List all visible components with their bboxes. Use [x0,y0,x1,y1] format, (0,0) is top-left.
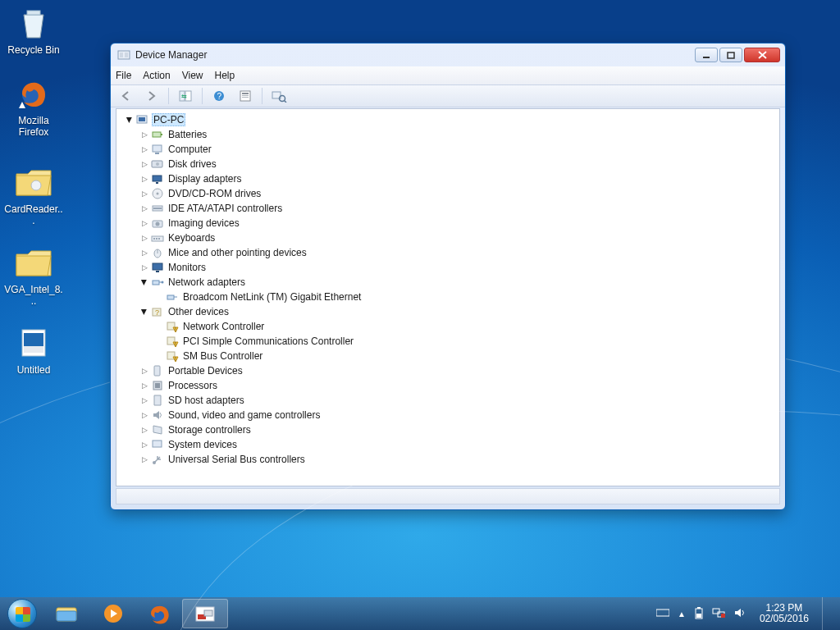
show-desktop-button[interactable] [822,597,830,630]
storage-icon [151,423,164,436]
tray-volume-icon[interactable] [733,607,746,620]
tree-node-processors[interactable]: ▷ Processors [120,378,776,393]
taskbar-mmc-button[interactable] [182,599,228,628]
taskbar-firefox-button[interactable] [136,597,182,630]
tree-node-sound[interactable]: ▷ Sound, video and game controllers [120,408,776,422]
svg-rect-76 [696,609,702,619]
toolbar-help-button[interactable]: ? [209,87,229,105]
device-tree[interactable]: ▶ PC-PC ▷ Batteries ▷ Computer ▷ [116,109,779,486]
tree-node-ide[interactable]: ▷ IDE ATA/ATAPI controllers [120,201,776,216]
toolbar-properties-button[interactable] [235,87,255,105]
expand-collapse-icon[interactable]: ▷ [138,426,151,434]
svg-rect-27 [161,134,162,135]
menu-file[interactable]: File [116,70,131,81]
tree-node-other-devices[interactable]: ▶ ? Other devices [120,304,776,319]
expand-collapse-icon[interactable]: ▷ [138,381,151,390]
toolbar-showhide-button[interactable]: ⇆ [176,87,195,105]
tree-panel: ▶ PC-PC ▷ Batteries ▷ Computer ▷ [116,108,780,486]
taskbar-explorer-button[interactable] [44,597,90,630]
expand-collapse-icon[interactable]: ▷ [138,249,151,257]
expand-collapse-icon[interactable]: ▶ [126,113,134,126]
tree-node-system[interactable]: ▷ System devices [120,437,776,452]
tree-node-computer[interactable]: ▷ Computer [120,142,776,157]
tree-node-usb[interactable]: ▷ Universal Serial Bus controllers [120,452,776,467]
expand-collapse-icon[interactable]: ▷ [138,145,151,153]
expand-collapse-icon[interactable]: ▷ [138,175,151,183]
svg-rect-28 [153,145,162,152]
desktop-icon-label: Untitled [3,364,64,376]
menu-action[interactable]: Action [143,70,170,81]
svg-rect-77 [697,607,701,609]
tree-node-display-adapters[interactable]: ▷ Display adapters [120,171,776,186]
desktop-icon-firefox[interactable]: Mozilla Firefox [3,74,64,138]
tree-node-label: Network adapters [167,276,247,288]
tree-node-root[interactable]: ▶ PC-PC [120,112,776,127]
tree-leaf-sm-bus[interactable]: ! SM Bus Controller [120,349,776,363]
network-icon [151,276,164,289]
tree-node-imaging[interactable]: ▷ Imaging devices [120,216,776,231]
expand-collapse-icon[interactable]: ▷ [138,160,151,168]
tray-network-icon[interactable] [712,607,725,620]
tree-leaf-network-controller[interactable]: ! Network Controller [120,319,776,334]
titlebar[interactable]: Device Manager [111,43,785,66]
svg-rect-81 [721,614,725,618]
menu-view[interactable]: View [182,70,203,81]
svg-marker-2 [19,102,25,108]
tree-node-network-adapters[interactable]: ▶ Network adapters [120,275,776,290]
toolbar: ⇆ ? [111,84,785,107]
tray-show-hidden-icon[interactable]: ▲ [678,609,686,619]
tree-node-batteries[interactable]: ▷ Batteries [120,127,776,142]
tree-leaf-broadcom[interactable]: Broadcom NetLink (TM) Gigabit Ethernet [120,290,776,304]
close-button[interactable] [744,48,780,62]
expand-collapse-icon[interactable]: ▷ [138,189,151,198]
expand-collapse-icon[interactable]: ▷ [138,130,151,139]
maximize-button[interactable] [719,48,742,62]
cpu-icon [151,379,164,392]
expand-collapse-icon[interactable]: ▷ [138,234,151,242]
desktop-icon-untitled[interactable]: Untitled [3,323,64,376]
expand-collapse-icon[interactable]: ▷ [138,411,151,419]
tree-node-monitors[interactable]: ▷ Monitors [120,260,776,275]
svg-point-31 [156,162,159,166]
tree-node-storage[interactable]: ▷ Storage controllers [120,422,776,437]
monitor-icon [151,261,164,274]
expand-collapse-icon[interactable]: ▷ [138,204,151,212]
expand-collapse-icon[interactable]: ▷ [138,441,151,449]
desktop-icon-vga-intel[interactable]: VGA_Intel_8... [3,243,64,307]
expand-collapse-icon[interactable]: ▷ [138,367,151,375]
start-button[interactable] [0,597,44,630]
tree-node-mice[interactable]: ▷ Mice and other pointing devices [120,245,776,260]
tray-battery-icon[interactable] [694,606,704,621]
expand-collapse-icon[interactable]: ▶ [140,305,148,318]
tree-leaf-pci-simple-comm[interactable]: ! PCI Simple Communications Controller [120,334,776,349]
expand-collapse-icon[interactable]: ▶ [140,276,148,289]
tree-node-sd-host[interactable]: ▷ SD host adapters [120,393,776,408]
tree-node-disk-drives[interactable]: ▷ Disk drives [120,157,776,171]
desktop-icon-cardreader[interactable]: CardReader... [3,162,64,226]
tree-node-portable[interactable]: ▷ Portable Devices [120,363,776,378]
minimize-button[interactable] [695,48,718,62]
svg-point-35 [157,193,159,195]
svg-rect-42 [156,238,158,240]
dvd-icon [151,187,164,200]
menu-help[interactable]: Help [215,70,235,81]
taskbar-media-player-button[interactable] [90,597,136,630]
expand-collapse-icon[interactable]: ▷ [138,219,151,227]
svg-rect-32 [153,176,162,181]
computer-icon [136,113,149,126]
expand-collapse-icon[interactable]: ▷ [138,396,151,404]
svg-rect-37 [153,208,162,209]
taskbar-clock[interactable]: 1:23 PM 02/05/2016 [755,603,814,624]
expand-collapse-icon[interactable]: ▷ [138,455,151,463]
desktop-icon-recycle-bin[interactable]: Recycle Bin [3,3,64,56]
tree-node-dvd[interactable]: ▷ DVD/CD-ROM drives [120,186,776,201]
svg-rect-64 [155,383,160,388]
expand-collapse-icon[interactable]: ▷ [138,263,151,272]
toolbar-scan-button[interactable] [269,87,289,105]
svg-rect-74 [204,610,212,616]
tree-node-keyboards[interactable]: ▷ Keyboards [120,231,776,245]
toolbar-forward-button[interactable] [142,87,162,105]
ide-icon [151,202,164,215]
toolbar-back-button[interactable] [116,87,135,105]
tray-keyboard-icon[interactable] [656,607,669,620]
